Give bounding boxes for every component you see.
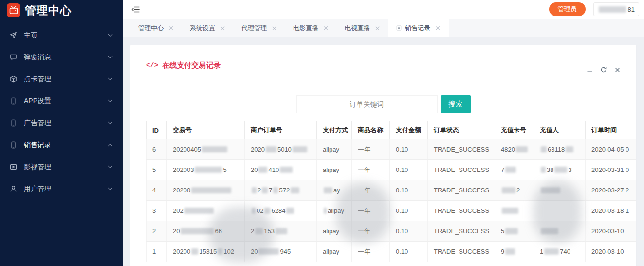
- table-cell: 4: [147, 180, 167, 201]
- table-cell: 20410: [245, 160, 317, 180]
- tab-label: 电视直播: [345, 24, 370, 33]
- close-icon[interactable]: [323, 25, 329, 31]
- redacted-text: [280, 167, 293, 173]
- redacted-text: [505, 248, 515, 255]
- search-button[interactable]: 搜索: [441, 95, 471, 113]
- table-cell: 2020-03-27 2: [586, 180, 637, 201]
- table-cell: [534, 201, 586, 221]
- redacted-text: [258, 167, 267, 173]
- table-cell: 0.10: [390, 242, 428, 262]
- table-cell: 20205010: [245, 139, 317, 160]
- send-icon: [10, 32, 18, 39]
- redacted-text: [184, 208, 214, 214]
- sidebar-item-ad-management[interactable]: 广告管理: [0, 112, 123, 134]
- tab-movie-live[interactable]: 电影直播: [285, 19, 337, 37]
- tab-agent-management[interactable]: 代理管理: [234, 19, 285, 37]
- table-cell: TRADE_SUCCESS: [428, 160, 495, 180]
- table-cell: [534, 221, 586, 242]
- sidebar-item-card-management[interactable]: 点卡管理: [0, 68, 123, 90]
- close-icon[interactable]: [220, 25, 226, 31]
- table-cell: 2: [147, 221, 167, 242]
- close-icon[interactable]: [435, 25, 441, 31]
- table-cell: 27572: [245, 180, 317, 201]
- redacted-text: [202, 146, 227, 152]
- search-input[interactable]: [296, 95, 438, 113]
- mobile-icon: [10, 97, 18, 105]
- sidebar-item-label: 广告管理: [24, 119, 51, 128]
- table-cell: 6: [147, 139, 167, 160]
- table-cell: TRADE_SUCCESS: [428, 221, 495, 242]
- table-cell: 0.10: [390, 139, 428, 160]
- redacted-text: [276, 228, 287, 234]
- tab-management-center[interactable]: 管理中心: [130, 19, 182, 37]
- redacted-text: [191, 187, 231, 193]
- close-icon[interactable]: [168, 25, 174, 31]
- column-header: ID: [147, 121, 167, 139]
- table-cell: 1: [147, 242, 167, 262]
- column-header: 订单时间: [586, 121, 637, 139]
- document-icon: [10, 141, 18, 149]
- table-cell: 20200: [167, 180, 245, 201]
- table-cell: alipay: [317, 139, 352, 160]
- tabbar: 管理中心 系统设置 代理管理 电影直播 电视直播: [123, 19, 644, 37]
- table-cell: 20945: [245, 242, 317, 262]
- redacted-text: [502, 208, 518, 214]
- table-row: 62020040520205010alipay一年0.10TRADE_SUCCE…: [147, 139, 637, 160]
- sidebar-item-home[interactable]: 主页: [0, 24, 123, 46]
- chevron-down-icon: [108, 98, 113, 103]
- transactions-table: ID交易号商户订单号支付方式商品名称支付金额订单状态充值卡号充值人订单时间 62…: [146, 121, 636, 262]
- sidebar-item-sales-records[interactable]: 销售记录: [0, 134, 123, 156]
- redacted-text: [554, 167, 567, 173]
- table-cell: 0.10: [390, 160, 428, 180]
- table-cell: 202: [167, 201, 245, 221]
- user-account[interactable]: 81: [593, 2, 639, 16]
- tab-label: 管理中心: [138, 24, 164, 33]
- sidebar-collapse-icon[interactable]: [130, 5, 141, 14]
- close-icon[interactable]: [614, 67, 621, 73]
- message-icon: [10, 54, 18, 61]
- sidebar-item-user-management[interactable]: 用户管理: [0, 178, 123, 200]
- table-cell: alipay: [317, 221, 352, 242]
- table-cell: 2020035: [167, 160, 245, 180]
- table-cell: TRADE_SUCCESS: [428, 201, 495, 221]
- refresh-icon[interactable]: [600, 66, 607, 73]
- table-cell: 63118: [534, 139, 586, 160]
- redacted-text: [505, 167, 516, 173]
- redacted-text: [195, 167, 222, 173]
- panel-title: </> 在线支付交易记录: [146, 61, 221, 70]
- table-cell: 4820: [495, 139, 534, 160]
- close-icon[interactable]: [272, 25, 277, 31]
- redacted-text: [324, 187, 332, 193]
- transactions-panel: </> 在线支付交易记录: [130, 45, 636, 266]
- table-header: ID交易号商户订单号支付方式商品名称支付金额订单状态充值卡号充值人订单时间: [147, 121, 637, 139]
- tab-label: 代理管理: [241, 24, 267, 33]
- search-bar: 搜索: [146, 95, 621, 113]
- table-row: 5202003520410alipay一年0.10TRADE_SUCCESS73…: [147, 160, 637, 180]
- sidebar-item-video-management[interactable]: 影视管理: [0, 156, 123, 178]
- main-area: 管理员 81 管理中心 系统设置 代理管理 电影直播: [123, 0, 644, 266]
- table-cell: 一年: [352, 221, 390, 242]
- tab-system-settings[interactable]: 系统设置: [182, 19, 234, 37]
- table-cell: 2020-03-18 1: [586, 201, 637, 221]
- chevron-down-icon: [108, 120, 113, 125]
- redacted-text: [544, 248, 559, 255]
- sidebar-item-popup-messages[interactable]: 弹窗消息: [0, 46, 123, 68]
- tab-sales-records[interactable]: 销售记录: [388, 19, 449, 37]
- redacted-text: [505, 228, 518, 234]
- tab-label: 系统设置: [190, 24, 215, 33]
- panel-title-text: 在线支付交易记录: [162, 61, 221, 70]
- minimize-icon[interactable]: [587, 67, 593, 73]
- table-wrap: ID交易号商户订单号支付方式商品名称支付金额订单状态充值卡号充值人订单时间 62…: [146, 121, 636, 262]
- code-icon: </>: [146, 61, 158, 69]
- panel-controls: [587, 66, 621, 73]
- admin-role-button[interactable]: 管理员: [549, 2, 586, 16]
- table-cell: 0.10: [390, 180, 428, 201]
- sidebar-item-app-settings[interactable]: APP设置: [0, 90, 123, 112]
- redacted-text: [291, 187, 299, 193]
- column-header: 充值人: [534, 121, 586, 139]
- close-icon[interactable]: [375, 25, 381, 31]
- sidebar-item-label: 影视管理: [24, 163, 51, 171]
- table-cell: 2153: [245, 221, 317, 242]
- user-account-suffix: 81: [628, 6, 635, 13]
- tab-tv-live[interactable]: 电视直播: [337, 19, 388, 37]
